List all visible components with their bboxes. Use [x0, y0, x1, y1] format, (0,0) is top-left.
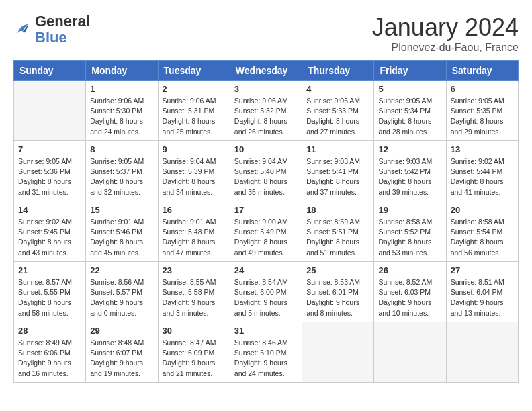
logo: General Blue	[13, 13, 90, 46]
day-number: 6	[451, 84, 514, 94]
day-number: 30	[163, 326, 226, 336]
day-number: 11	[306, 144, 369, 154]
day-info: Sunrise: 9:02 AMSunset: 5:44 PMDaylight:…	[451, 156, 514, 197]
calendar-day: 28Sunrise: 8:49 AMSunset: 6:06 PMDayligh…	[14, 322, 86, 383]
title-block: January 2024 Plonevez-du-Faou, France	[372, 13, 519, 54]
day-info: Sunrise: 9:04 AMSunset: 5:39 PMDaylight:…	[163, 156, 226, 197]
day-info: Sunrise: 9:05 AMSunset: 5:34 PMDaylight:…	[378, 96, 441, 137]
day-info: Sunrise: 8:58 AMSunset: 5:54 PMDaylight:…	[451, 217, 514, 258]
day-info: Sunrise: 8:56 AMSunset: 5:57 PMDaylight:…	[90, 277, 153, 318]
month-title: January 2024	[372, 13, 519, 42]
calendar-table: SundayMondayTuesdayWednesdayThursdayFrid…	[13, 60, 519, 383]
calendar-week-5: 28Sunrise: 8:49 AMSunset: 6:06 PMDayligh…	[14, 322, 519, 383]
day-header-saturday: Saturday	[446, 61, 518, 81]
day-info: Sunrise: 9:00 AMSunset: 5:49 PMDaylight:…	[234, 217, 298, 258]
calendar-day: 19Sunrise: 8:58 AMSunset: 5:52 PMDayligh…	[374, 201, 446, 262]
calendar-day	[446, 322, 518, 383]
calendar-week-4: 21Sunrise: 8:57 AMSunset: 5:55 PMDayligh…	[14, 262, 519, 322]
calendar-header-row: SundayMondayTuesdayWednesdayThursdayFrid…	[14, 61, 519, 81]
day-number: 8	[90, 144, 153, 154]
calendar-day: 22Sunrise: 8:56 AMSunset: 5:57 PMDayligh…	[86, 262, 158, 322]
day-info: Sunrise: 9:05 AMSunset: 5:37 PMDaylight:…	[90, 156, 153, 197]
day-number: 28	[18, 326, 81, 336]
calendar-day: 17Sunrise: 9:00 AMSunset: 5:49 PMDayligh…	[230, 201, 302, 262]
day-info: Sunrise: 9:04 AMSunset: 5:40 PMDaylight:…	[234, 156, 298, 197]
day-info: Sunrise: 8:53 AMSunset: 6:01 PMDaylight:…	[306, 277, 369, 318]
logo-general: General	[35, 13, 90, 30]
day-number: 16	[163, 205, 226, 215]
calendar-day	[14, 81, 86, 141]
day-header-sunday: Sunday	[14, 61, 86, 81]
day-info: Sunrise: 8:46 AMSunset: 6:10 PMDaylight:…	[234, 338, 298, 379]
logo-bird-icon	[13, 20, 32, 39]
day-number: 4	[306, 84, 369, 94]
day-number: 5	[378, 84, 441, 94]
calendar-day: 29Sunrise: 8:48 AMSunset: 6:07 PMDayligh…	[86, 322, 158, 383]
day-number: 13	[451, 144, 514, 154]
calendar-day: 25Sunrise: 8:53 AMSunset: 6:01 PMDayligh…	[302, 262, 374, 322]
day-number: 20	[451, 205, 514, 215]
day-info: Sunrise: 9:05 AMSunset: 5:35 PMDaylight:…	[451, 96, 514, 137]
day-number: 17	[234, 205, 298, 215]
day-header-monday: Monday	[86, 61, 158, 81]
day-number: 15	[90, 205, 153, 215]
day-info: Sunrise: 8:48 AMSunset: 6:07 PMDaylight:…	[90, 338, 153, 379]
calendar-day: 20Sunrise: 8:58 AMSunset: 5:54 PMDayligh…	[446, 201, 518, 262]
calendar-day: 2Sunrise: 9:06 AMSunset: 5:31 PMDaylight…	[158, 81, 230, 141]
location-subtitle: Plonevez-du-Faou, France	[372, 42, 519, 54]
calendar-day: 24Sunrise: 8:54 AMSunset: 6:00 PMDayligh…	[230, 262, 302, 322]
calendar-day: 5Sunrise: 9:05 AMSunset: 5:34 PMDaylight…	[374, 81, 446, 141]
logo-blue: Blue	[35, 29, 67, 46]
day-info: Sunrise: 9:06 AMSunset: 5:30 PMDaylight:…	[90, 96, 153, 137]
calendar-day: 23Sunrise: 8:55 AMSunset: 5:58 PMDayligh…	[158, 262, 230, 322]
day-info: Sunrise: 9:05 AMSunset: 5:36 PMDaylight:…	[18, 156, 81, 197]
day-number: 31	[234, 326, 298, 336]
calendar-day: 16Sunrise: 9:01 AMSunset: 5:48 PMDayligh…	[158, 201, 230, 262]
logo-text: General Blue	[35, 13, 90, 46]
calendar-day: 3Sunrise: 9:06 AMSunset: 5:32 PMDaylight…	[230, 81, 302, 141]
calendar-day: 15Sunrise: 9:01 AMSunset: 5:46 PMDayligh…	[86, 201, 158, 262]
day-info: Sunrise: 8:52 AMSunset: 6:03 PMDaylight:…	[378, 277, 441, 318]
calendar-week-3: 14Sunrise: 9:02 AMSunset: 5:45 PMDayligh…	[14, 201, 519, 262]
calendar-day: 7Sunrise: 9:05 AMSunset: 5:36 PMDaylight…	[14, 141, 86, 201]
calendar-day: 8Sunrise: 9:05 AMSunset: 5:37 PMDaylight…	[86, 141, 158, 201]
day-info: Sunrise: 8:54 AMSunset: 6:00 PMDaylight:…	[234, 277, 298, 318]
day-info: Sunrise: 8:59 AMSunset: 5:51 PMDaylight:…	[306, 217, 369, 258]
day-number: 24	[234, 265, 298, 275]
day-number: 12	[378, 144, 441, 154]
day-number: 18	[306, 205, 369, 215]
calendar-day: 27Sunrise: 8:51 AMSunset: 6:04 PMDayligh…	[446, 262, 518, 322]
day-number: 7	[18, 144, 81, 154]
day-header-friday: Friday	[374, 61, 446, 81]
calendar-day: 9Sunrise: 9:04 AMSunset: 5:39 PMDaylight…	[158, 141, 230, 201]
day-info: Sunrise: 8:47 AMSunset: 6:09 PMDaylight:…	[163, 338, 226, 379]
calendar-day: 10Sunrise: 9:04 AMSunset: 5:40 PMDayligh…	[230, 141, 302, 201]
day-number: 27	[451, 265, 514, 275]
day-number: 29	[90, 326, 153, 336]
day-header-tuesday: Tuesday	[158, 61, 230, 81]
day-info: Sunrise: 8:49 AMSunset: 6:06 PMDaylight:…	[18, 338, 81, 379]
day-info: Sunrise: 9:03 AMSunset: 5:41 PMDaylight:…	[306, 156, 369, 197]
day-info: Sunrise: 8:55 AMSunset: 5:58 PMDaylight:…	[163, 277, 226, 318]
calendar-day: 31Sunrise: 8:46 AMSunset: 6:10 PMDayligh…	[230, 322, 302, 383]
day-info: Sunrise: 9:03 AMSunset: 5:42 PMDaylight:…	[378, 156, 441, 197]
calendar-day: 6Sunrise: 9:05 AMSunset: 5:35 PMDaylight…	[446, 81, 518, 141]
day-number: 22	[90, 265, 153, 275]
day-number: 26	[378, 265, 441, 275]
day-number: 23	[163, 265, 226, 275]
day-info: Sunrise: 8:57 AMSunset: 5:55 PMDaylight:…	[18, 277, 81, 318]
calendar-day: 12Sunrise: 9:03 AMSunset: 5:42 PMDayligh…	[374, 141, 446, 201]
day-header-thursday: Thursday	[302, 61, 374, 81]
day-number: 10	[234, 144, 298, 154]
calendar-day: 11Sunrise: 9:03 AMSunset: 5:41 PMDayligh…	[302, 141, 374, 201]
day-number: 1	[90, 84, 153, 94]
day-number: 25	[306, 265, 369, 275]
calendar-day: 26Sunrise: 8:52 AMSunset: 6:03 PMDayligh…	[374, 262, 446, 322]
day-info: Sunrise: 8:58 AMSunset: 5:52 PMDaylight:…	[378, 217, 441, 258]
calendar-day: 14Sunrise: 9:02 AMSunset: 5:45 PMDayligh…	[14, 201, 86, 262]
day-info: Sunrise: 9:02 AMSunset: 5:45 PMDaylight:…	[18, 217, 81, 258]
day-info: Sunrise: 9:06 AMSunset: 5:33 PMDaylight:…	[306, 96, 369, 137]
calendar-week-1: 1Sunrise: 9:06 AMSunset: 5:30 PMDaylight…	[14, 81, 519, 141]
day-info: Sunrise: 9:06 AMSunset: 5:32 PMDaylight:…	[234, 96, 298, 137]
calendar-day: 1Sunrise: 9:06 AMSunset: 5:30 PMDaylight…	[86, 81, 158, 141]
